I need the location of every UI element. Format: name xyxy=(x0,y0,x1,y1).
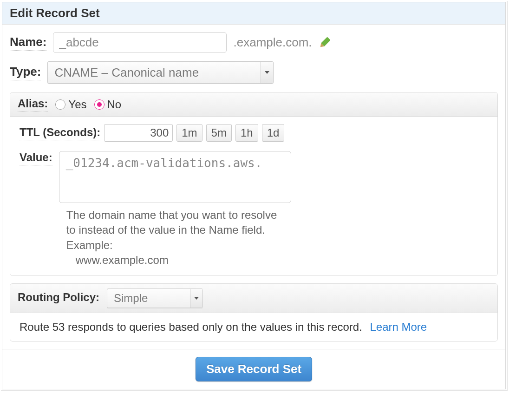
type-select[interactable]: CNAME – Canonical name xyxy=(47,61,274,84)
routing-header: Routing Policy: Simple xyxy=(10,284,497,313)
alias-no-label: No xyxy=(107,98,122,111)
alias-label: Alias: xyxy=(18,97,48,112)
ttl-preset-1m[interactable]: 1m xyxy=(176,124,202,142)
ttl-row: TTL (Seconds): 1m 5m 1h 1d xyxy=(20,124,488,142)
ttl-preset-1d[interactable]: 1d xyxy=(262,124,285,142)
routing-subpanel: Routing Policy: Simple Route 53 responds… xyxy=(10,283,498,341)
routing-body: Route 53 responds to queries based only … xyxy=(10,313,497,341)
pencil-icon[interactable] xyxy=(316,34,333,51)
footer: Save Record Set xyxy=(2,349,505,381)
type-row: Type: CNAME – Canonical name xyxy=(10,61,498,84)
ttl-label: TTL (Seconds): xyxy=(20,126,100,140)
value-row: Value: _01234.acm-validations.aws. The d… xyxy=(20,151,488,268)
type-select-value: CNAME – Canonical name xyxy=(48,66,261,80)
alias-subpanel: Alias: Yes No TTL (Seconds): 1m 5m 1h xyxy=(10,92,498,276)
type-label: Type: xyxy=(10,65,41,80)
alias-header: Alias: Yes No xyxy=(10,92,497,117)
value-label: Value: xyxy=(20,151,52,165)
name-label: Name: xyxy=(10,35,46,51)
routing-description: Route 53 responds to queries based only … xyxy=(20,321,362,333)
chevron-down-icon xyxy=(190,289,202,308)
ttl-preset-1h[interactable]: 1h xyxy=(235,124,258,142)
edit-record-set-panel: Edit Record Set Name: .example.com. Type… xyxy=(2,2,506,389)
alias-no-radio[interactable]: No xyxy=(94,98,122,111)
learn-more-link[interactable]: Learn More xyxy=(370,321,427,333)
routing-select[interactable]: Simple xyxy=(107,289,203,308)
ttl-input[interactable] xyxy=(104,124,173,142)
name-input[interactable] xyxy=(53,32,227,53)
save-record-set-button[interactable]: Save Record Set xyxy=(196,357,312,381)
ttl-preset-5m[interactable]: 5m xyxy=(206,124,232,142)
routing-select-value: Simple xyxy=(107,292,190,305)
alias-yes-radio[interactable]: Yes xyxy=(55,98,86,111)
value-help: The domain name that you want to resolve… xyxy=(66,208,285,268)
routing-label: Routing Policy: xyxy=(18,291,99,305)
domain-suffix: .example.com. xyxy=(233,35,312,50)
panel-title: Edit Record Set xyxy=(10,6,498,20)
panel-header: Edit Record Set xyxy=(2,2,505,25)
alias-yes-label: Yes xyxy=(68,98,86,111)
chevron-down-icon xyxy=(261,62,273,83)
value-textarea[interactable]: _01234.acm-validations.aws. xyxy=(59,151,291,203)
name-row: Name: .example.com. xyxy=(10,32,498,53)
